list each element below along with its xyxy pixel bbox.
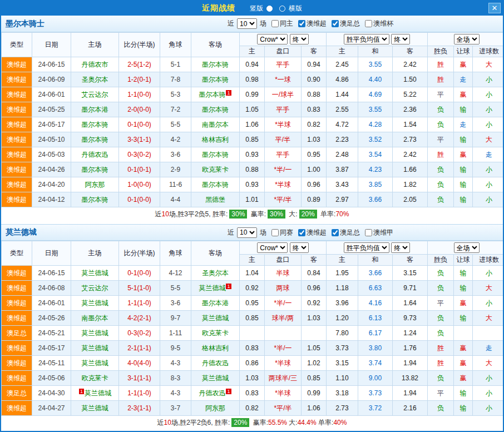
filter-league-ffa-cup[interactable]: 澳足总 (332, 19, 360, 28)
team-name-cell[interactable]: 莫兰德城1 (191, 281, 240, 296)
team-name-cell[interactable]: 墨尔本港 (71, 102, 119, 117)
team-name-cell[interactable]: 丹德农迅1 (191, 386, 240, 401)
team-name-cell[interactable]: 艾云达尔 (71, 281, 119, 296)
team-name-cell[interactable]: 墨尔本骑 (191, 147, 240, 162)
team-name-cell[interactable]: 欧克莱卡 (191, 326, 240, 341)
team-name-cell[interactable]: 丹德农迅 (191, 356, 240, 371)
team-name-cell[interactable]: 莫兰德城 (71, 341, 119, 356)
team-name-cell[interactable]: 莫兰德城 (71, 326, 119, 341)
team-name-cell[interactable]: 墨尔本骑 (71, 117, 119, 132)
team-link[interactable]: 黑德堡 (205, 196, 225, 203)
filter-league-checkbox[interactable] (332, 229, 339, 236)
team-name-cell[interactable]: 莫兰德城 (71, 401, 119, 416)
team-name-cell[interactable]: 黑德堡 (191, 192, 240, 207)
team-link[interactable]: 墨尔本骑 (82, 196, 108, 203)
team-name-cell[interactable]: 莫兰德城 (191, 311, 240, 326)
team-link[interactable]: 艾云达尔 (82, 91, 108, 98)
team-name-cell[interactable]: 南墨尔本 (191, 117, 240, 132)
team-link[interactable]: 莫兰德城 (199, 284, 225, 292)
bookmaker-select[interactable]: Crow* (257, 242, 288, 253)
team-name-cell[interactable]: 1莫兰德城 (71, 386, 119, 401)
team-link[interactable]: 莫兰德城 (82, 344, 108, 352)
team-link[interactable]: 莫兰德城 (82, 299, 108, 307)
team-link[interactable]: 丹德农市 (82, 61, 108, 68)
team-name-cell[interactable]: 阿东那 (191, 401, 240, 416)
horizontal-layout-radio[interactable] (279, 6, 285, 12)
team-name-cell[interactable]: 圣奥尔本 (191, 266, 240, 281)
team-name-cell[interactable]: 莫兰德城 (71, 266, 119, 281)
team-link[interactable]: 墨尔本骑 (202, 151, 229, 158)
team-name-cell[interactable]: 丹德农市 (71, 57, 119, 72)
filter-league-ffa-cup[interactable]: 澳足总 (332, 228, 360, 237)
team-link[interactable]: 丹德农迅 (202, 359, 229, 367)
team-link[interactable]: 墨尔本骑 (82, 121, 108, 128)
team-name-cell[interactable]: 欧克莱卡 (191, 162, 240, 177)
team-name-cell[interactable]: 墨尔本骑 (191, 72, 240, 87)
team-name-cell[interactable]: 阿东那 (71, 177, 119, 192)
team-link[interactable]: 墨尔本港 (202, 299, 229, 307)
team-link[interactable]: 墨尔本港 (82, 106, 108, 113)
team-name-cell[interactable]: 格林吉利 (191, 341, 240, 356)
team-link[interactable]: 阿东那 (85, 181, 105, 188)
team-link[interactable]: 墨尔本骑 (202, 61, 229, 68)
team-name-cell[interactable]: 圣奥尔本 (71, 72, 119, 87)
match-count-select[interactable]: 10 (237, 227, 257, 238)
team-link[interactable]: 南墨尔本 (82, 314, 108, 322)
team-name-cell[interactable]: 莫兰德城 (71, 296, 119, 311)
team-link[interactable]: 圣奥尔本 (82, 76, 108, 83)
team-link[interactable]: 墨尔本骑 (199, 91, 225, 98)
team-link[interactable]: 欧克莱卡 (202, 329, 229, 337)
team-link[interactable]: 墨尔本骑 (82, 166, 108, 173)
team-name-cell[interactable]: 墨尔本骑 (71, 192, 119, 207)
team-name-cell[interactable]: 墨尔本骑 (71, 132, 119, 147)
team-link[interactable]: 格林吉利 (202, 136, 229, 143)
team-link[interactable]: 圣奥尔本 (202, 269, 229, 277)
team-link[interactable]: 艾云达尔 (82, 284, 108, 292)
team-link[interactable]: 墨尔本骑 (202, 106, 229, 113)
team-link[interactable]: 南墨尔本 (202, 121, 229, 128)
team-name-cell[interactable]: 墨尔本骑 (71, 162, 119, 177)
team-name-cell[interactable]: 墨尔本骑 (191, 177, 240, 192)
filter-same-home-checkbox[interactable] (271, 20, 279, 27)
filter-same-home[interactable]: 同主 (271, 19, 293, 28)
team-link[interactable]: 莫兰德城 (82, 269, 108, 277)
filter-same-competition-checkbox[interactable] (271, 229, 279, 236)
team-name-cell[interactable]: 丹德农迅 (71, 147, 119, 162)
filter-league-checkbox[interactable] (365, 229, 372, 236)
team-name-cell[interactable]: 墨尔本港 (191, 296, 240, 311)
avg-odds-select[interactable]: 胜平负均值 (344, 34, 389, 44)
team-link[interactable]: 莫兰德城 (202, 314, 229, 322)
handicap-final-select[interactable]: 终 (290, 242, 309, 253)
scope-select[interactable]: 全场 (454, 34, 480, 44)
team-name-cell[interactable]: 南墨尔本 (71, 311, 119, 326)
bookmaker-select[interactable]: Crow* (257, 34, 288, 44)
team-link[interactable]: 阿东那 (205, 404, 225, 412)
filter-league-checkbox[interactable] (332, 20, 339, 27)
team-name-cell[interactable]: 墨尔本骑1 (191, 87, 240, 102)
team-name-cell[interactable]: 艾云达尔 (71, 87, 119, 102)
handicap-final-select[interactable]: 终 (290, 34, 309, 44)
filter-league-npl-victoria[interactable]: 澳维超 (298, 19, 327, 28)
team-link[interactable]: 墨尔本骑 (202, 76, 229, 83)
team-name-cell[interactable]: 莫兰德城 (191, 371, 240, 386)
odds-final-select[interactable]: 终 (391, 34, 410, 44)
odds-final-select[interactable]: 终 (391, 242, 410, 253)
filter-league-victoria-cup[interactable]: 澳维杯 (365, 19, 393, 28)
team-link[interactable]: 格林吉利 (202, 344, 229, 352)
team-link[interactable]: 欧克莱卡 (202, 166, 229, 173)
team-link[interactable]: 莫兰德城 (82, 329, 108, 337)
team-name-cell[interactable]: 墨尔本骑 (191, 102, 240, 117)
match-count-select[interactable]: 10 (237, 18, 257, 29)
scope-select[interactable]: 全场 (454, 242, 480, 253)
team-link[interactable]: 莫兰德城 (82, 359, 108, 367)
team-link[interactable]: 丹德农迅 (82, 151, 108, 158)
team-name-cell[interactable]: 格林吉利 (191, 132, 240, 147)
avg-odds-select[interactable]: 胜平负均值 (344, 242, 389, 253)
team-link[interactable]: 莫兰德城 (82, 404, 108, 412)
team-link[interactable]: 墨尔本骑 (202, 181, 229, 188)
filter-league-checkbox[interactable] (298, 20, 305, 27)
filter-same-competition[interactable]: 同赛 (271, 228, 293, 237)
filter-league-npl-victoria[interactable]: 澳维超 (298, 228, 327, 237)
team-link[interactable]: 墨尔本骑 (82, 136, 108, 143)
filter-league-victoria-div1[interactable]: 澳维甲 (365, 228, 393, 237)
